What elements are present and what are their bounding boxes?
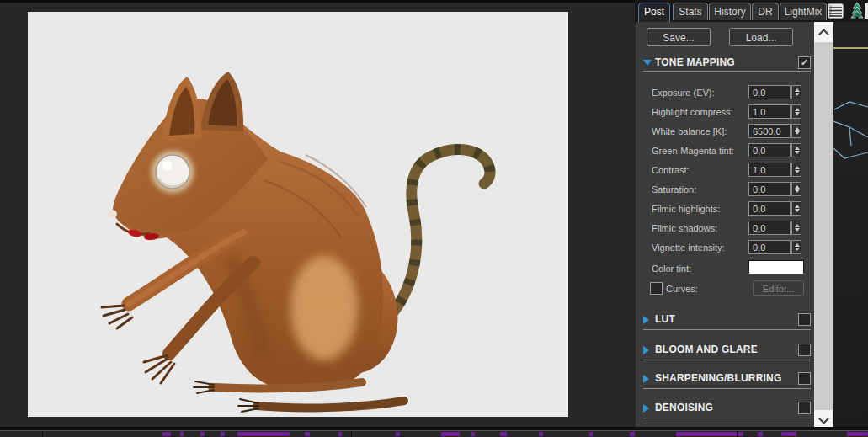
spin-down-icon[interactable]	[795, 228, 800, 232]
scrollbar-thumb[interactable]	[815, 43, 833, 410]
spin-up-icon[interactable]	[795, 205, 800, 208]
white-balance-input[interactable]	[748, 124, 791, 138]
spin-down-icon[interactable]	[795, 131, 800, 135]
field-label: Green-Magenta tint:	[652, 143, 734, 158]
spinner-control[interactable]	[791, 104, 801, 119]
field-row-filmic-highlights: Filmic highlights:	[636, 201, 816, 216]
field-label: Saturation:	[652, 182, 696, 197]
collapse-arrow-icon[interactable]	[643, 60, 652, 66]
exposure-input[interactable]	[748, 85, 791, 99]
tab-stats[interactable]: Stats	[673, 3, 708, 20]
denoising-checkbox[interactable]	[798, 402, 811, 414]
spin-up-icon[interactable]	[795, 147, 800, 150]
vfb-window: { "tab_bar": { "tabs": [ {"label": "Post…	[0, 0, 868, 437]
curves-editor-button[interactable]: Editor...	[753, 280, 804, 296]
color-tint-swatch[interactable]	[748, 260, 804, 274]
spin-up-icon[interactable]	[795, 127, 800, 131]
timeline-mark	[630, 432, 635, 436]
panel-scrollbar[interactable]	[814, 22, 833, 430]
spin-down-icon[interactable]	[795, 170, 800, 173]
spin-down-icon[interactable]	[795, 93, 800, 96]
load-button[interactable]: Load...	[729, 28, 793, 46]
tree-icon	[850, 2, 864, 19]
save-button[interactable]: Save...	[647, 28, 711, 46]
tab-post[interactable]: Post	[638, 3, 670, 23]
spin-up-icon[interactable]	[795, 224, 800, 227]
field-label: Filmic shadows:	[652, 221, 717, 236]
tab-lightmix-label: LightMix	[785, 6, 823, 18]
tab-history[interactable]: History	[709, 3, 751, 20]
expand-arrow-icon[interactable]	[643, 346, 649, 354]
green-magenta-input[interactable]	[748, 143, 791, 157]
timeline-mark	[305, 432, 310, 436]
spin-down-icon[interactable]	[795, 248, 800, 251]
tab-post-label: Post	[644, 6, 664, 18]
bloom-section-title: BLOOM AND GLARE	[655, 344, 758, 356]
timeline-mark	[589, 432, 593, 436]
tone-mapping-title: TONE MAPPING	[655, 56, 735, 69]
spinner-control[interactable]	[791, 143, 801, 157]
field-label: Vignette intensity:	[652, 240, 725, 255]
spin-down-icon[interactable]	[795, 112, 800, 115]
spinner-control[interactable]	[791, 85, 801, 99]
tab-history-label: History	[714, 6, 745, 18]
timeline-mark	[500, 432, 507, 436]
squirrel-eye	[152, 151, 194, 193]
spin-up-icon[interactable]	[795, 108, 800, 111]
post-panel: Save... Load... TONE MAPPING ✓ Exposure …	[635, 22, 816, 430]
saturation-input[interactable]	[748, 182, 791, 196]
tab-lightmix[interactable]: LightMix	[780, 3, 827, 20]
field-row-exposure: Exposure (EV):	[636, 85, 816, 100]
timeline-mark	[221, 432, 225, 436]
field-label: Exposure (EV):	[652, 85, 715, 100]
tab-stats-label: Stats	[679, 6, 701, 18]
spinner-control[interactable]	[791, 201, 801, 216]
window-edge-sliver	[865, 3, 868, 19]
spinner-control[interactable]	[791, 124, 801, 138]
expand-arrow-icon[interactable]	[643, 375, 649, 383]
spin-up-icon[interactable]	[795, 185, 800, 189]
section-divider	[643, 360, 811, 360]
highlight-compress-input[interactable]	[748, 104, 791, 119]
field-row-vignette: Vignette intensity:	[636, 240, 816, 255]
spinner-control[interactable]	[791, 221, 801, 235]
field-row-highlight-compress: Highlight compress:	[636, 104, 816, 120]
stats-table-icon[interactable]	[828, 3, 844, 19]
field-label: White balance [K]:	[652, 124, 727, 139]
squirrel-render	[28, 12, 568, 417]
tone-mapping-checkbox[interactable]: ✓	[798, 56, 811, 69]
scroll-up-button[interactable]	[814, 22, 833, 42]
timeline-tick	[737, 431, 738, 437]
curves-checkbox[interactable]	[650, 282, 663, 295]
spinner-control[interactable]	[791, 163, 801, 177]
vignette-input[interactable]	[748, 240, 791, 254]
tab-dr[interactable]: DR	[752, 3, 779, 20]
spin-down-icon[interactable]	[795, 189, 800, 193]
squirrel-belly	[290, 256, 358, 360]
timeline-strip	[0, 431, 868, 437]
timeline-mark	[180, 432, 184, 436]
spin-up-icon[interactable]	[795, 88, 800, 92]
timeline-mark	[539, 432, 543, 436]
expand-arrow-icon[interactable]	[643, 316, 649, 324]
filmic-highlights-input[interactable]	[748, 201, 791, 216]
contrast-input[interactable]	[748, 163, 791, 177]
bloom-checkbox[interactable]	[798, 344, 811, 356]
spinner-control[interactable]	[791, 182, 801, 196]
field-row-green-magenta: Green-Magenta tint:	[636, 143, 816, 158]
section-divider	[643, 71, 811, 72]
lut-checkbox[interactable]	[798, 313, 811, 326]
sharpening-checkbox[interactable]	[798, 372, 811, 385]
spinner-control[interactable]	[791, 240, 801, 254]
spin-down-icon[interactable]	[795, 151, 800, 154]
expand-arrow-icon[interactable]	[643, 404, 649, 413]
timeline-mark	[758, 432, 763, 436]
timeline-mark	[338, 432, 342, 436]
timeline-mark	[471, 432, 475, 436]
filmic-shadows-input[interactable]	[748, 221, 791, 235]
render-canvas	[28, 12, 568, 417]
spin-up-icon[interactable]	[795, 243, 800, 247]
field-row-saturation: Saturation:	[636, 182, 816, 197]
spin-down-icon[interactable]	[795, 209, 800, 212]
spin-up-icon[interactable]	[795, 166, 800, 169]
